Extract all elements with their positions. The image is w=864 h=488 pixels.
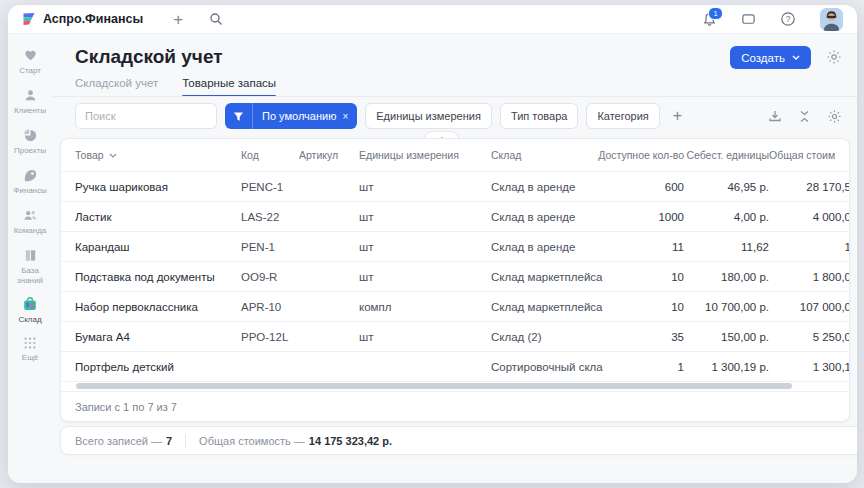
default-filter-label: По умолчанию (253, 110, 342, 122)
cell-units: шт (359, 211, 491, 223)
sidebar: Старт Клиенты Проекты Финансы Команда Ба… (8, 34, 52, 483)
column-header-article[interactable]: Артикул (299, 149, 359, 161)
cell-total-cost: 1 300,1 (769, 361, 850, 373)
chevron-down-icon (792, 55, 800, 60)
cell-unit-cost: 4,00 р. (684, 211, 769, 223)
column-header-total-cost[interactable]: Общая стоим (769, 149, 850, 161)
filter-button-units[interactable]: Единицы измерения (365, 103, 492, 129)
table-row[interactable]: Портфель детский Сортировочный скла 1 1 … (61, 352, 849, 382)
global-search-icon[interactable] (209, 12, 223, 26)
chat-icon[interactable] (741, 12, 756, 27)
filter-button-product-type[interactable]: Тип товара (500, 103, 579, 129)
sidebar-item-label: Склад (18, 315, 41, 325)
sidebar-item-label: Клиенты (14, 106, 46, 116)
column-header-code[interactable]: Код (241, 149, 299, 161)
cell-warehouse: Склад в аренде (491, 181, 614, 193)
cell-total-cost: 107 000,0 (769, 301, 850, 313)
search-input[interactable] (75, 103, 217, 129)
cell-code: OO9-R (241, 271, 299, 283)
horizontal-scrollbar (61, 382, 849, 391)
total-cost-value: 14 175 323,42 р. (309, 435, 392, 447)
column-header-available-qty[interactable]: Доступное кол-во (591, 149, 684, 161)
cell-total-cost: 1 800,0 (769, 271, 850, 283)
cell-code: PEN-1 (241, 241, 299, 253)
cell-units: шт (359, 241, 491, 253)
app-title: Аспро.Финансы (43, 12, 143, 26)
column-header-warehouse[interactable]: Склад (491, 149, 591, 161)
sidebar-item-projects[interactable]: Проекты (8, 128, 52, 168)
cell-unit-cost: 46,95 р. (684, 181, 769, 193)
page-settings-gear-icon[interactable] (826, 49, 842, 65)
cell-code: PPO-12L (241, 331, 299, 343)
cell-total-cost: 28 170,5 (769, 181, 850, 193)
cell-product: Ручка шариковая (75, 181, 241, 193)
cell-total-cost: 5 250,0 (769, 331, 850, 343)
warehouse-icon (22, 296, 38, 312)
cell-product: Подставка под документы (75, 271, 241, 283)
records-range: Записи с 1 по 7 из 7 (61, 391, 849, 421)
cell-warehouse: Склад в аренде (491, 241, 614, 253)
topbar: Аспро.Финансы + 1 (8, 5, 857, 34)
cell-unit-cost: 10 700,00 р. (684, 301, 769, 313)
scrollbar-thumb[interactable] (76, 383, 792, 389)
default-filter-chip[interactable]: По умолчанию × (225, 103, 357, 129)
table-row[interactable]: Набор первоклассника APR-10 компл Склад … (61, 292, 849, 322)
table-body: Ручка шариковая PENC-1 шт Склад в аренде… (61, 172, 849, 382)
column-header-unit-cost[interactable]: Себест. единицы (684, 149, 769, 161)
table-settings-gear-icon[interactable] (827, 109, 842, 124)
sidebar-item-label: Команда (14, 226, 47, 236)
cell-unit-cost: 150,00 р. (684, 331, 769, 343)
cell-available-qty: 10 (614, 301, 684, 313)
user-avatar[interactable] (820, 8, 843, 31)
main-content: Складской учет Складской учет Товарные з… (52, 34, 857, 483)
cell-warehouse: Склад (2) (491, 331, 614, 343)
cell-available-qty: 11 (614, 241, 684, 253)
cell-available-qty: 1 (614, 361, 684, 373)
sidebar-item-label: Старт (19, 66, 41, 76)
column-header-product[interactable]: Товар (75, 149, 241, 161)
cell-available-qty: 10 (614, 271, 684, 283)
sidebar-item-knowledge-base[interactable]: База знаний (8, 248, 52, 296)
global-add-button[interactable]: + (173, 11, 183, 28)
table-row[interactable]: Ручка шариковая PENC-1 шт Склад в аренде… (61, 172, 849, 202)
cell-code: PENC-1 (241, 181, 299, 193)
collapse-rows-icon[interactable] (799, 110, 810, 123)
cell-product: Карандаш (75, 241, 241, 253)
sidebar-item-clients[interactable]: Клиенты (8, 88, 52, 128)
add-filter-button[interactable]: + (673, 108, 682, 124)
sort-chevron-icon (109, 153, 117, 158)
sidebar-item-start[interactable]: Старт (8, 48, 52, 88)
filter-bar: По умолчанию × Единицы измерения Тип тов… (75, 103, 842, 129)
app-window: Аспро.Финансы + 1 (8, 5, 857, 483)
sidebar-item-team[interactable]: Команда (8, 208, 52, 248)
create-button[interactable]: Создать (730, 46, 811, 69)
sidebar-item-warehouse[interactable]: Склад (8, 296, 52, 336)
filter-button-category[interactable]: Категория (586, 103, 659, 129)
table-header-row: Товар Код Артикул Единицы измерения Скла… (61, 139, 849, 172)
start-icon (23, 48, 38, 63)
remove-filter-icon[interactable]: × (342, 111, 357, 122)
download-icon[interactable] (768, 109, 782, 123)
tab-goods-stock[interactable]: Товарные запасы (182, 77, 276, 97)
cell-available-qty: 1000 (614, 211, 684, 223)
team-icon (23, 208, 38, 223)
cell-unit-cost: 180,00 р. (684, 271, 769, 283)
projects-icon (23, 128, 38, 143)
sidebar-item-label: Ещё (22, 353, 38, 363)
help-icon[interactable]: ? (780, 11, 796, 27)
sidebar-item-finances[interactable]: Финансы (8, 168, 52, 208)
tab-warehouse-accounting[interactable]: Складской учет (75, 77, 158, 97)
cell-total-cost: 4 000,0 (769, 211, 850, 223)
table-row[interactable]: Подставка под документы OO9-R шт Склад м… (61, 262, 849, 292)
column-header-units[interactable]: Единицы измерения (359, 149, 491, 161)
page-title: Складской учет (75, 46, 223, 68)
summary-divider (185, 434, 186, 448)
notifications-bell-icon[interactable]: 1 (702, 12, 717, 27)
sidebar-item-more[interactable]: Ещё (8, 336, 52, 376)
table-row[interactable]: Бумага А4 PPO-12L шт Склад (2) 35 150,00… (61, 322, 849, 352)
table-row[interactable]: Ластик LAS-22 шт Склад в аренде 1000 4,0… (61, 202, 849, 232)
cell-units: шт (359, 181, 491, 193)
clients-icon (23, 88, 38, 103)
table-row[interactable]: Карандаш PEN-1 шт Склад в аренде 11 11,6… (61, 232, 849, 262)
summary-bar: Всего записей — 7 Общая стоимость — 14 1… (60, 426, 857, 455)
